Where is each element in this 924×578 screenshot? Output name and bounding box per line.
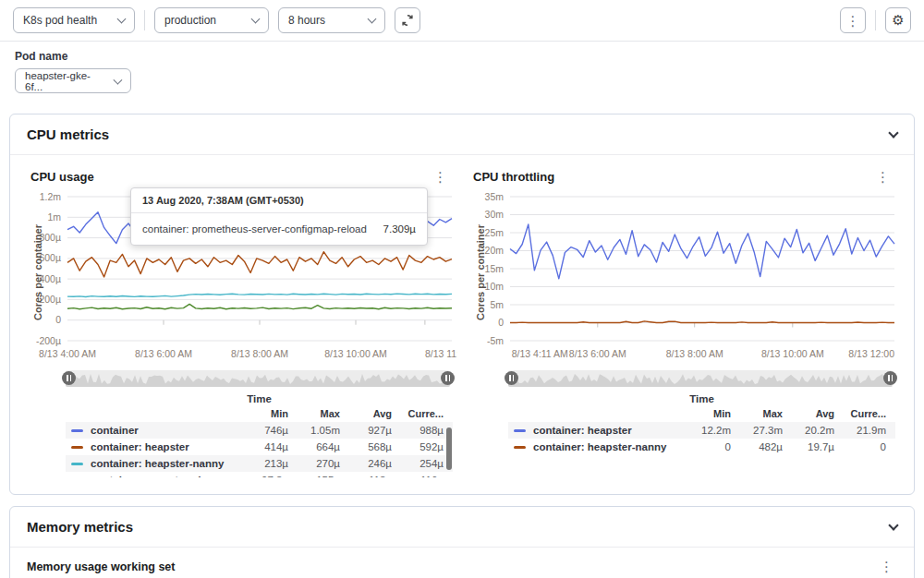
legend-stat-value: 20.2m — [783, 425, 834, 436]
brush-waveform — [66, 370, 450, 387]
refresh-button[interactable] — [395, 7, 420, 33]
legend-stat-value: 270µ — [288, 458, 340, 469]
environment-select-value: production — [164, 14, 216, 27]
legend-stat-value: 0 — [679, 441, 731, 452]
y-axis-tick-label: 0 — [55, 314, 61, 325]
cpu-usage-menu-button[interactable]: ⋮ — [430, 170, 451, 184]
chevron-down-icon — [368, 15, 377, 24]
legend-series-name: container: heapster-nanny — [71, 458, 237, 469]
legend-column-headers: MinMaxAvgCurre... — [66, 406, 453, 422]
top-toolbar: K8s pod health production 8 hours ⋮ ⚙ — [0, 0, 924, 41]
legend-column-header: Min — [679, 408, 731, 419]
pod-name-select-value: heapster-gke-6f... — [25, 70, 102, 92]
brush-handle-left[interactable] — [62, 371, 76, 385]
series-color-swatch — [71, 429, 83, 432]
cpu-metrics-header[interactable]: CPU metrics — [10, 114, 914, 155]
refresh-icon — [401, 14, 414, 27]
series-line — [510, 321, 894, 323]
pod-filter-block: Pod name heapster-gke-6f... — [0, 42, 924, 102]
options-menu-button[interactable]: ⋮ — [840, 7, 866, 33]
legend-series-name: container: heapster-nanny — [514, 441, 679, 452]
pod-name-label: Pod name — [15, 50, 909, 63]
legend-column-header: Curre... — [834, 408, 886, 419]
cpu-metrics-title: CPU metrics — [27, 126, 109, 142]
legend-stat-value: 12.2m — [679, 425, 731, 436]
legend-rows: container: heapster12.2m27.3m20.2m21.9mc… — [508, 422, 895, 455]
legend-row[interactable]: container746µ1.05m927µ988µ — [66, 422, 453, 439]
legend-row[interactable]: container: heapster-nanny213µ270µ246µ254… — [66, 455, 453, 472]
waveform-shape — [508, 374, 893, 387]
y-axis-tick-label: 25m — [485, 227, 505, 238]
legend-stat-value: 592µ — [392, 441, 444, 452]
legend-column-header: Curre... — [392, 408, 444, 419]
legend-row[interactable]: container: prom-to-sd97.3µ155µ113µ116µ — [66, 472, 453, 477]
legend-column-headers: MinMaxAvgCurre... — [508, 406, 895, 422]
pod-name-select[interactable]: heapster-gke-6f... — [15, 68, 131, 93]
legend-stat-value: 568µ — [340, 441, 392, 452]
tooltip-series-label: container: prometheus-server-configmap-r… — [142, 223, 367, 235]
cpu-throttling-menu-button[interactable]: ⋮ — [872, 170, 894, 184]
legend-stat-value: 664µ — [288, 441, 340, 452]
cpu-usage-title: CPU usage — [30, 170, 94, 184]
toolbar-divider — [875, 10, 876, 30]
legend-stat-value: 113µ — [340, 475, 392, 477]
legend-stat-value: 21.9m — [834, 425, 886, 436]
legend-stat-value: 97.3µ — [237, 475, 288, 477]
cpu-usage-head: CPU usage ⋮ — [27, 168, 455, 187]
cpu-usage-legend: Time MinMaxAvgCurre... container746µ1.05… — [66, 391, 453, 477]
brush-handle-left[interactable] — [505, 371, 518, 385]
time-range-select[interactable]: 8 hours — [278, 7, 385, 33]
cpu-throttling-time-brush[interactable] — [508, 370, 894, 387]
cpu-usage-block: CPU usage ⋮ Cores per container 1.2m1m80… — [19, 163, 462, 483]
brush-waveform — [508, 370, 893, 387]
series-line — [67, 252, 452, 277]
memory-usage-menu-button[interactable]: ⋮ — [876, 560, 897, 573]
tooltip-timestamp: 13 Aug 2020, 7:38AM (GMT+0530) — [131, 188, 427, 213]
cpu-throttling-block: CPU throttling ⋮ Cores per container 35m… — [462, 163, 905, 483]
y-axis-tick-label: 5m — [490, 299, 504, 310]
memory-usage-head: Memory usage working set ⋮ — [10, 548, 914, 578]
legend-stat-value: 746µ — [237, 425, 288, 436]
cpu-metrics-panel: CPU metrics CPU usage ⋮ Cores per contai… — [9, 114, 915, 495]
legend-time-label: Time — [66, 391, 453, 406]
cpu-throttling-legend: Time MinMaxAvgCurre... container: heapst… — [508, 391, 895, 455]
legend-column-header: Avg — [783, 408, 834, 419]
dashboard-select[interactable]: K8s pod health — [13, 7, 135, 33]
legend-scrollbar-thumb[interactable] — [446, 427, 452, 470]
cpu-metrics-body: CPU usage ⋮ Cores per container 1.2m1m80… — [10, 155, 914, 494]
x-axis-tick-label: 8/13 4:00 AM — [39, 348, 96, 359]
y-axis-tick-label: 30m — [485, 209, 505, 220]
environment-select[interactable]: production — [154, 7, 269, 33]
time-range-select-value: 8 hours — [288, 14, 325, 27]
cpu-usage-plot-wrap: Cores per container 1.2m1m800µ600µ400µ20… — [27, 187, 455, 365]
series-color-swatch — [514, 446, 526, 449]
brush-handle-right[interactable] — [883, 371, 897, 385]
x-axis-tick-label: 8/13 4:11 AM — [512, 348, 568, 359]
tooltip-row: container: prometheus-server-configmap-r… — [131, 213, 427, 245]
legend-row[interactable]: container: heapster-nanny0482µ19.7µ0 — [508, 439, 895, 455]
legend-stat-value: 27.3m — [731, 425, 783, 436]
memory-metrics-title: Memory metrics — [27, 519, 133, 535]
legend-row[interactable]: container: heapster12.2m27.3m20.2m21.9m — [508, 422, 895, 439]
memory-metrics-header[interactable]: Memory metrics — [10, 507, 914, 548]
brush-handle-right[interactable] — [441, 371, 455, 385]
cpu-usage-time-brush[interactable] — [66, 370, 451, 387]
legend-stat-value: 116µ — [392, 475, 444, 477]
kebab-icon: ⋮ — [843, 14, 864, 28]
x-axis-tick-label: 8/13 11:5 — [425, 348, 457, 359]
legend-stat-value: 414µ — [237, 441, 288, 452]
cpu-throttling-ylabel: Cores per container — [475, 208, 486, 337]
chevron-down-icon — [114, 75, 123, 84]
cpu-throttling-chart[interactable]: 35m30m25m20m15m10m5m0-5m8/13 4:11 AM8/13… — [469, 187, 900, 365]
cpu-usage-ylabel: Cores per container — [32, 208, 43, 337]
legend-row[interactable]: container: heapster414µ664µ568µ592µ — [66, 439, 453, 455]
settings-button[interactable]: ⚙ — [885, 7, 911, 33]
legend-series-name: container: prom-to-sd — [71, 475, 237, 477]
tooltip-series-value: 7.309µ — [383, 223, 416, 235]
x-axis-tick-label: 8/13 10:00 AM — [324, 348, 387, 359]
collapse-chevron-icon[interactable] — [888, 520, 898, 530]
collapse-chevron-icon[interactable] — [888, 127, 898, 138]
legend-stat-value: 927µ — [340, 425, 392, 436]
y-axis-tick-label: 15m — [485, 263, 505, 274]
chevron-down-icon — [251, 15, 261, 24]
